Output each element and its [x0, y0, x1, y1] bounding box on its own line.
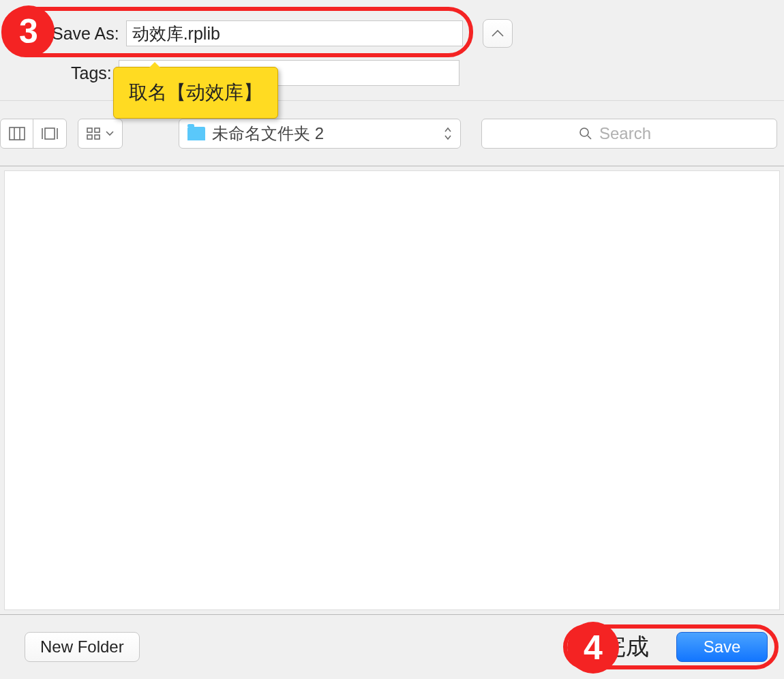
expand-toggle-button[interactable] [483, 19, 513, 48]
tags-row: Tags: [71, 60, 459, 86]
column-view-icon [41, 127, 59, 140]
svg-rect-0 [10, 127, 25, 140]
svg-line-11 [588, 136, 591, 139]
new-folder-label: New Folder [40, 637, 124, 657]
new-folder-button[interactable]: New Folder [25, 632, 140, 662]
save-button-label: Save [704, 637, 741, 657]
search-icon [579, 127, 592, 140]
svg-rect-4 [45, 128, 55, 139]
save-as-row: Save As: [52, 20, 463, 46]
save-dialog: Save As: Tags: 3 取名【动效库】 [0, 0, 784, 679]
search-box[interactable] [481, 119, 777, 149]
save-as-input[interactable] [126, 20, 463, 46]
file-browser-pane [0, 166, 784, 615]
view-column-button[interactable] [33, 119, 66, 148]
svg-rect-6 [87, 128, 92, 132]
tags-input[interactable] [119, 60, 459, 86]
path-label: 未命名文件夹 2 [212, 123, 437, 145]
search-input[interactable] [598, 123, 680, 144]
view-mode-group [0, 119, 67, 149]
annotation-step3-badge: 3 [3, 5, 55, 57]
annotation-step4-badge: 4 [567, 622, 619, 674]
annotation-step4-text: 完成 [603, 631, 649, 663]
arrange-icon [87, 127, 102, 140]
annotation-step3-number: 3 [19, 12, 38, 51]
chevron-down-icon [106, 131, 114, 136]
path-selector[interactable]: 未命名文件夹 2 [179, 119, 461, 149]
file-browser-content[interactable] [4, 170, 780, 610]
icon-view-icon [9, 127, 25, 140]
save-as-label: Save As: [52, 24, 119, 44]
top-area: Save As: Tags: 3 取名【动效库】 [0, 0, 784, 101]
updown-icon [444, 127, 452, 140]
view-icon-button[interactable] [1, 119, 33, 148]
arrange-button[interactable] [78, 119, 123, 149]
tags-label: Tags: [71, 63, 112, 83]
svg-rect-9 [95, 135, 100, 139]
folder-icon [187, 127, 205, 140]
svg-rect-7 [95, 128, 100, 132]
bottom-bar: New Folder Save 4 完成 [0, 615, 784, 679]
save-button[interactable]: Save [676, 632, 768, 662]
chevron-up-icon [492, 29, 504, 37]
toolbar: 未命名文件夹 2 [0, 101, 784, 166]
svg-rect-8 [87, 135, 92, 139]
annotation-step4-number: 4 [584, 628, 603, 667]
svg-point-10 [580, 128, 588, 136]
